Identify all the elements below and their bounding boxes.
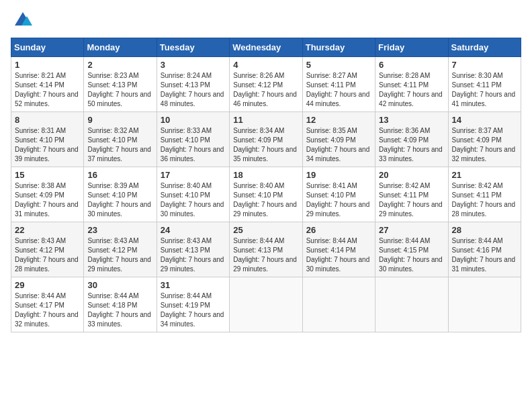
day-info: Sunrise: 8:43 AM Sunset: 4:12 PM Dayligh… [87, 236, 152, 274]
day-number: 30 [87, 280, 152, 290]
day-number: 12 [306, 115, 371, 125]
day-number: 26 [306, 225, 371, 235]
day-number: 25 [233, 225, 298, 235]
day-info: Sunrise: 8:41 AM Sunset: 4:10 PM Dayligh… [306, 181, 371, 219]
day-info: Sunrise: 8:44 AM Sunset: 4:18 PM Dayligh… [87, 291, 152, 329]
day-number: 27 [379, 225, 444, 235]
page-header [11, 11, 521, 30]
day-number: 4 [233, 60, 298, 70]
calendar-cell: 30 Sunrise: 8:44 AM Sunset: 4:18 PM Dayl… [84, 277, 157, 332]
day-info: Sunrise: 8:28 AM Sunset: 4:11 PM Dayligh… [379, 71, 444, 109]
day-number: 11 [233, 115, 298, 125]
calendar-cell: 28 Sunrise: 8:44 AM Sunset: 4:16 PM Dayl… [448, 222, 521, 277]
calendar-cell: 12 Sunrise: 8:35 AM Sunset: 4:09 PM Dayl… [302, 112, 375, 167]
day-info: Sunrise: 8:44 AM Sunset: 4:16 PM Dayligh… [452, 236, 517, 274]
calendar-table: SundayMondayTuesdayWednesdayThursdayFrid… [11, 38, 521, 332]
day-number: 28 [452, 225, 517, 235]
day-number: 18 [233, 170, 298, 180]
day-number: 6 [379, 60, 444, 70]
calendar-cell: 1 Sunrise: 8:21 AM Sunset: 4:14 PM Dayli… [11, 57, 84, 112]
day-number: 19 [306, 170, 371, 180]
calendar-cell: 13 Sunrise: 8:36 AM Sunset: 4:09 PM Dayl… [375, 112, 448, 167]
calendar-cell: 11 Sunrise: 8:34 AM Sunset: 4:09 PM Dayl… [230, 112, 302, 167]
day-number: 13 [379, 115, 444, 125]
day-info: Sunrise: 8:42 AM Sunset: 4:11 PM Dayligh… [452, 181, 517, 219]
day-info: Sunrise: 8:42 AM Sunset: 4:11 PM Dayligh… [379, 181, 444, 219]
calendar-cell: 6 Sunrise: 8:28 AM Sunset: 4:11 PM Dayli… [375, 57, 448, 112]
day-number: 21 [452, 170, 517, 180]
day-info: Sunrise: 8:32 AM Sunset: 4:10 PM Dayligh… [87, 126, 152, 164]
day-info: Sunrise: 8:44 AM Sunset: 4:17 PM Dayligh… [15, 291, 80, 329]
day-number: 8 [15, 115, 80, 125]
calendar-cell: 25 Sunrise: 8:44 AM Sunset: 4:13 PM Dayl… [230, 222, 302, 277]
day-info: Sunrise: 8:43 AM Sunset: 4:12 PM Dayligh… [15, 236, 80, 274]
day-info: Sunrise: 8:43 AM Sunset: 4:13 PM Dayligh… [161, 236, 226, 274]
calendar-cell: 10 Sunrise: 8:33 AM Sunset: 4:10 PM Dayl… [157, 112, 229, 167]
calendar-cell: 5 Sunrise: 8:27 AM Sunset: 4:11 PM Dayli… [302, 57, 375, 112]
calendar-cell [448, 277, 521, 332]
calendar-cell: 23 Sunrise: 8:43 AM Sunset: 4:12 PM Dayl… [84, 222, 157, 277]
day-info: Sunrise: 8:30 AM Sunset: 4:11 PM Dayligh… [452, 71, 517, 109]
calendar-cell: 20 Sunrise: 8:42 AM Sunset: 4:11 PM Dayl… [375, 167, 448, 222]
calendar-cell: 4 Sunrise: 8:26 AM Sunset: 4:12 PM Dayli… [230, 57, 302, 112]
day-info: Sunrise: 8:31 AM Sunset: 4:10 PM Dayligh… [15, 126, 80, 164]
day-info: Sunrise: 8:44 AM Sunset: 4:14 PM Dayligh… [306, 236, 371, 274]
calendar-cell: 29 Sunrise: 8:44 AM Sunset: 4:17 PM Dayl… [11, 277, 84, 332]
day-info: Sunrise: 8:23 AM Sunset: 4:13 PM Dayligh… [87, 71, 152, 109]
day-number: 16 [87, 170, 152, 180]
calendar-cell [230, 277, 302, 332]
day-info: Sunrise: 8:27 AM Sunset: 4:11 PM Dayligh… [306, 71, 371, 109]
day-info: Sunrise: 8:26 AM Sunset: 4:12 PM Dayligh… [233, 71, 298, 109]
day-info: Sunrise: 8:40 AM Sunset: 4:10 PM Dayligh… [161, 181, 226, 219]
day-info: Sunrise: 8:44 AM Sunset: 4:19 PM Dayligh… [161, 291, 226, 329]
day-number: 20 [379, 170, 444, 180]
calendar-cell: 18 Sunrise: 8:40 AM Sunset: 4:10 PM Dayl… [230, 167, 302, 222]
day-info: Sunrise: 8:37 AM Sunset: 4:09 PM Dayligh… [452, 126, 517, 164]
calendar-cell: 7 Sunrise: 8:30 AM Sunset: 4:11 PM Dayli… [448, 57, 521, 112]
calendar-cell: 21 Sunrise: 8:42 AM Sunset: 4:11 PM Dayl… [448, 167, 521, 222]
day-number: 3 [161, 60, 226, 70]
calendar-cell: 26 Sunrise: 8:44 AM Sunset: 4:14 PM Dayl… [302, 222, 375, 277]
day-number: 2 [87, 60, 152, 70]
day-info: Sunrise: 8:44 AM Sunset: 4:13 PM Dayligh… [233, 236, 298, 274]
logo-icon [13, 11, 32, 30]
calendar-cell: 19 Sunrise: 8:41 AM Sunset: 4:10 PM Dayl… [302, 167, 375, 222]
day-number: 23 [87, 225, 152, 235]
calendar-cell: 8 Sunrise: 8:31 AM Sunset: 4:10 PM Dayli… [11, 112, 84, 167]
day-info: Sunrise: 8:24 AM Sunset: 4:13 PM Dayligh… [161, 71, 226, 109]
day-number: 22 [15, 225, 80, 235]
weekday-header-tuesday: Tuesday [157, 38, 229, 57]
day-number: 5 [306, 60, 371, 70]
day-number: 17 [161, 170, 226, 180]
calendar-cell: 15 Sunrise: 8:38 AM Sunset: 4:09 PM Dayl… [11, 167, 84, 222]
day-info: Sunrise: 8:33 AM Sunset: 4:10 PM Dayligh… [161, 126, 226, 164]
day-number: 15 [15, 170, 80, 180]
day-info: Sunrise: 8:39 AM Sunset: 4:10 PM Dayligh… [87, 181, 152, 219]
weekday-header-monday: Monday [84, 38, 157, 57]
calendar-cell: 2 Sunrise: 8:23 AM Sunset: 4:13 PM Dayli… [84, 57, 157, 112]
calendar-cell [302, 277, 375, 332]
calendar-cell: 3 Sunrise: 8:24 AM Sunset: 4:13 PM Dayli… [157, 57, 229, 112]
day-number: 1 [15, 60, 80, 70]
calendar-cell: 22 Sunrise: 8:43 AM Sunset: 4:12 PM Dayl… [11, 222, 84, 277]
day-info: Sunrise: 8:34 AM Sunset: 4:09 PM Dayligh… [233, 126, 298, 164]
day-number: 7 [452, 60, 517, 70]
day-info: Sunrise: 8:36 AM Sunset: 4:09 PM Dayligh… [379, 126, 444, 164]
day-number: 14 [452, 115, 517, 125]
day-number: 10 [161, 115, 226, 125]
calendar-cell: 14 Sunrise: 8:37 AM Sunset: 4:09 PM Dayl… [448, 112, 521, 167]
calendar-cell: 24 Sunrise: 8:43 AM Sunset: 4:13 PM Dayl… [157, 222, 229, 277]
calendar-cell: 17 Sunrise: 8:40 AM Sunset: 4:10 PM Dayl… [157, 167, 229, 222]
day-number: 9 [87, 115, 152, 125]
day-number: 31 [161, 280, 226, 290]
calendar-cell: 16 Sunrise: 8:39 AM Sunset: 4:10 PM Dayl… [84, 167, 157, 222]
calendar-cell [375, 277, 448, 332]
weekday-header-sunday: Sunday [11, 38, 84, 57]
day-number: 29 [15, 280, 80, 290]
day-info: Sunrise: 8:21 AM Sunset: 4:14 PM Dayligh… [15, 71, 80, 109]
day-info: Sunrise: 8:35 AM Sunset: 4:09 PM Dayligh… [306, 126, 371, 164]
day-info: Sunrise: 8:40 AM Sunset: 4:10 PM Dayligh… [233, 181, 298, 219]
weekday-header-thursday: Thursday [302, 38, 375, 57]
calendar-cell: 31 Sunrise: 8:44 AM Sunset: 4:19 PM Dayl… [157, 277, 229, 332]
weekday-header-saturday: Saturday [448, 38, 521, 57]
